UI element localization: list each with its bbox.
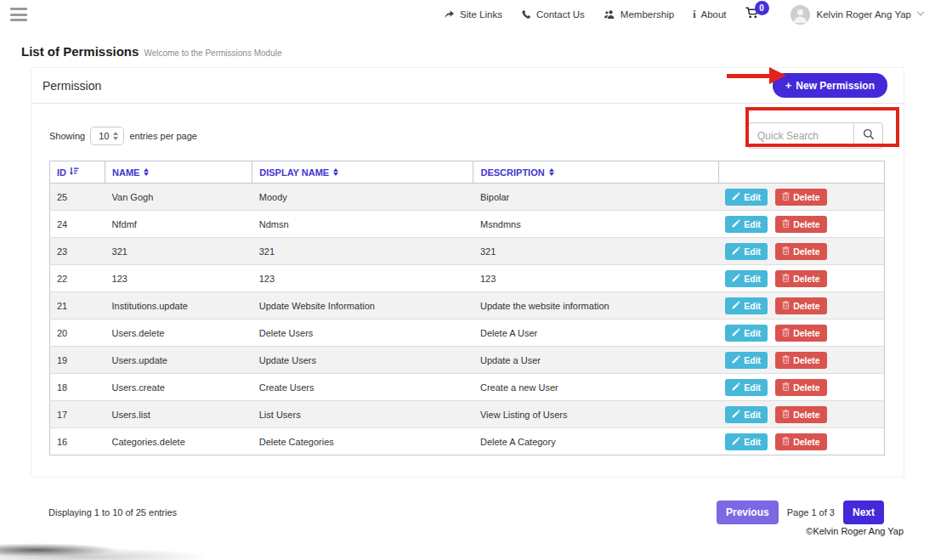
trash-icon [782, 219, 790, 229]
table-row: 25 Van Gogh Moody Bipolar Edit Delete [50, 184, 885, 211]
header-id[interactable]: ID [50, 161, 105, 184]
new-permission-button[interactable]: + New Permission [773, 73, 887, 98]
cell-actions: Edit Delete [718, 401, 884, 428]
cell-id: 17 [50, 401, 105, 428]
select-arrows-icon [113, 132, 118, 140]
cell-id: 21 [50, 292, 105, 320]
edit-button[interactable]: Edit [725, 433, 768, 450]
edit-button[interactable]: Edit [725, 379, 768, 396]
pagination: Previous Page 1 of 3 Next [717, 501, 884, 524]
sort-icon [549, 168, 554, 176]
pencil-icon [732, 355, 740, 365]
cart-button[interactable]: 0 [745, 7, 760, 23]
menu-icon[interactable] [10, 8, 27, 21]
cell-display-name: Delete Categories [252, 428, 473, 455]
screenshot-artifact [0, 538, 204, 560]
annotation-arrow [727, 67, 788, 85]
showing-prefix: Showing [49, 131, 85, 141]
per-page-select[interactable]: 10 [90, 127, 124, 145]
cell-display-name: Create Users [252, 374, 473, 401]
share-icon [444, 9, 455, 20]
cell-id: 18 [50, 374, 105, 401]
cell-id: 22 [50, 265, 105, 292]
nav-label: Membership [620, 9, 674, 20]
table-row: 22 123 123 123 Edit Delete [50, 265, 885, 292]
edit-button[interactable]: Edit [725, 243, 768, 260]
edit-button[interactable]: Edit [725, 297, 768, 314]
table-row: 23 321 321 321 Edit Delete [50, 238, 885, 265]
next-button[interactable]: Next [843, 501, 884, 524]
pencil-icon [732, 246, 740, 257]
header-name[interactable]: NAME [105, 161, 252, 184]
table-body: 25 Van Gogh Moody Bipolar Edit Delete 24… [50, 184, 885, 455]
trash-icon [782, 328, 790, 338]
trash-icon [782, 274, 790, 284]
per-page-control: Showing 10 entries per page [49, 127, 197, 145]
user-menu[interactable]: Kelvin Roger Ang Yap [790, 5, 923, 25]
cell-actions: Edit Delete [718, 428, 884, 455]
edit-button[interactable]: Edit [725, 216, 768, 233]
cell-description: Update the website information [473, 292, 718, 320]
page-info: Page 1 of 3 [787, 507, 835, 518]
table-row: 16 Categories.delete Delete Categories D… [50, 428, 885, 455]
delete-button[interactable]: Delete [775, 216, 827, 233]
delete-button[interactable]: Delete [775, 297, 827, 314]
edit-button[interactable]: Edit [725, 352, 768, 369]
delete-button[interactable]: Delete [775, 406, 827, 423]
avatar [790, 5, 810, 25]
pencil-icon [732, 437, 740, 447]
permissions-table: ID NAME DISPLAY NAME [49, 161, 885, 455]
nav-item-site-links[interactable]: Site Links [444, 9, 502, 20]
delete-button[interactable]: Delete [775, 352, 827, 369]
delete-button[interactable]: Delete [775, 243, 827, 260]
cell-name: Categories.delete [105, 428, 252, 455]
header-display-name[interactable]: DISPLAY NAME [252, 161, 473, 184]
nav-label: Site Links [460, 9, 502, 20]
cell-description: Bipolar [473, 184, 718, 211]
cell-display-name: Delete Users [252, 320, 473, 347]
annotation-highlight-box [745, 107, 899, 147]
pencil-icon [732, 328, 740, 338]
cell-id: 25 [50, 184, 105, 211]
pencil-icon [732, 192, 740, 202]
cell-display-name: Moody [252, 184, 473, 211]
edit-button[interactable]: Edit [725, 189, 768, 206]
cell-description: Delete A User [473, 320, 718, 347]
cell-display-name: 321 [252, 238, 473, 265]
cell-name: Users.delete [105, 320, 252, 347]
delete-button[interactable]: Delete [775, 433, 827, 450]
edit-button[interactable]: Edit [725, 270, 768, 287]
nav-item-membership[interactable]: Membership [604, 9, 674, 20]
cell-actions: Edit Delete [718, 211, 884, 238]
edit-button[interactable]: Edit [725, 406, 768, 423]
table-row: 20 Users.delete Delete Users Delete A Us… [50, 320, 885, 347]
previous-button[interactable]: Previous [717, 501, 779, 524]
cell-display-name: Ndmsn [252, 211, 473, 238]
cell-display-name: Update Website Information [252, 292, 473, 320]
page-subtitle: Welcome to the Permissions Module [144, 48, 281, 58]
delete-button[interactable]: Delete [775, 379, 827, 396]
cell-actions: Edit Delete [718, 265, 884, 292]
delete-button[interactable]: Delete [775, 325, 827, 342]
trash-icon [782, 382, 790, 393]
table-footer: Displaying 1 to 10 of 25 entries Previou… [48, 501, 884, 524]
user-name: Kelvin Roger Ang Yap [817, 9, 911, 20]
sort-amount-desc-icon [69, 167, 79, 178]
info-icon: i [693, 8, 695, 21]
cell-actions: Edit Delete [718, 238, 884, 265]
cell-name: 123 [105, 265, 252, 292]
edit-button[interactable]: Edit [725, 325, 768, 342]
cell-actions: Edit Delete [718, 347, 884, 374]
pencil-icon [732, 301, 740, 311]
nav-item-about[interactable]: i About [693, 8, 726, 21]
pencil-icon [732, 410, 740, 420]
page: Site Links Contact Us Membership i About [0, 0, 935, 560]
table-row: 21 Institutions.update Update Website In… [50, 292, 885, 320]
cell-id: 24 [50, 211, 105, 238]
header-description[interactable]: DESCRIPTION [473, 161, 718, 184]
delete-button[interactable]: Delete [775, 189, 827, 206]
nav-item-contact-us[interactable]: Contact Us [521, 9, 585, 20]
pencil-icon [732, 219, 740, 229]
delete-button[interactable]: Delete [775, 270, 827, 287]
nav-label: About [700, 9, 726, 20]
